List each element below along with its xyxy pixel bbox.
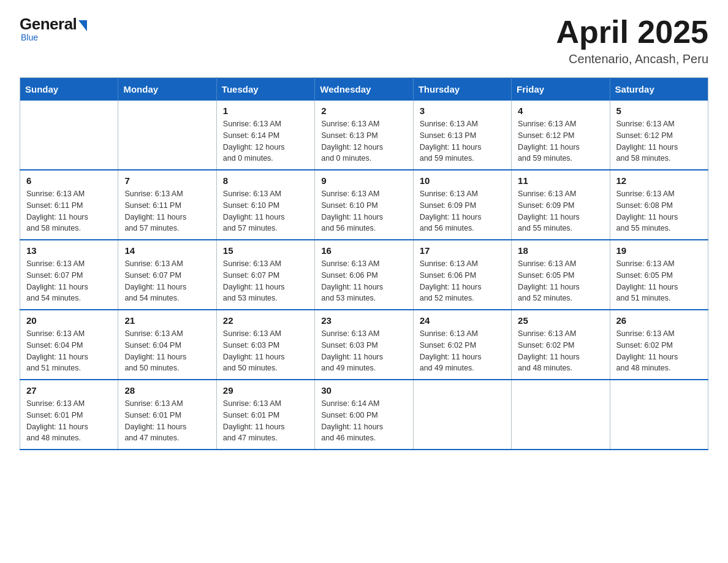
day-number: 22 <box>223 315 308 326</box>
location-subtitle: Centenario, Ancash, Peru <box>556 52 708 66</box>
calendar-cell: 21Sunrise: 6:13 AM Sunset: 6:04 PM Dayli… <box>118 310 216 380</box>
calendar-cell <box>20 101 118 170</box>
day-info: Sunrise: 6:13 AM Sunset: 6:13 PM Dayligh… <box>420 118 505 164</box>
calendar-cell <box>610 380 708 450</box>
calendar-cell <box>118 101 216 170</box>
calendar-cell: 19Sunrise: 6:13 AM Sunset: 6:05 PM Dayli… <box>610 240 708 310</box>
day-info: Sunrise: 6:13 AM Sunset: 6:07 PM Dayligh… <box>124 258 210 304</box>
day-info: Sunrise: 6:13 AM Sunset: 6:10 PM Dayligh… <box>223 188 308 234</box>
calendar-cell: 16Sunrise: 6:13 AM Sunset: 6:06 PM Dayli… <box>315 240 413 310</box>
day-info: Sunrise: 6:13 AM Sunset: 6:03 PM Dayligh… <box>223 328 308 374</box>
calendar-cell: 3Sunrise: 6:13 AM Sunset: 6:13 PM Daylig… <box>413 101 511 170</box>
day-info: Sunrise: 6:13 AM Sunset: 6:05 PM Dayligh… <box>616 258 702 304</box>
day-number: 17 <box>420 245 505 256</box>
day-number: 27 <box>26 385 112 396</box>
day-number: 25 <box>518 315 603 326</box>
calendar-cell: 18Sunrise: 6:13 AM Sunset: 6:05 PM Dayli… <box>512 240 610 310</box>
day-info: Sunrise: 6:13 AM Sunset: 6:14 PM Dayligh… <box>223 118 308 164</box>
calendar-cell: 6Sunrise: 6:13 AM Sunset: 6:11 PM Daylig… <box>20 170 118 240</box>
column-header-saturday: Saturday <box>610 78 708 101</box>
calendar-cell: 11Sunrise: 6:13 AM Sunset: 6:09 PM Dayli… <box>512 170 610 240</box>
logo-tagline: Blue <box>20 33 38 42</box>
calendar-cell: 25Sunrise: 6:13 AM Sunset: 6:02 PM Dayli… <box>512 310 610 380</box>
calendar-cell <box>512 380 610 450</box>
day-number: 3 <box>420 105 505 116</box>
column-header-wednesday: Wednesday <box>315 78 413 101</box>
day-number: 12 <box>616 175 702 186</box>
day-info: Sunrise: 6:13 AM Sunset: 6:10 PM Dayligh… <box>321 188 406 234</box>
calendar-cell: 10Sunrise: 6:13 AM Sunset: 6:09 PM Dayli… <box>413 170 511 240</box>
calendar-cell: 1Sunrise: 6:13 AM Sunset: 6:14 PM Daylig… <box>216 101 314 170</box>
day-number: 11 <box>518 175 603 186</box>
day-info: Sunrise: 6:13 AM Sunset: 6:01 PM Dayligh… <box>26 398 112 444</box>
header-row: SundayMondayTuesdayWednesdayThursdayFrid… <box>20 78 708 101</box>
calendar-cell: 15Sunrise: 6:13 AM Sunset: 6:07 PM Dayli… <box>216 240 314 310</box>
calendar-cell: 2Sunrise: 6:13 AM Sunset: 6:13 PM Daylig… <box>315 101 413 170</box>
day-number: 16 <box>321 245 406 256</box>
day-info: Sunrise: 6:13 AM Sunset: 6:13 PM Dayligh… <box>321 118 406 164</box>
day-info: Sunrise: 6:13 AM Sunset: 6:01 PM Dayligh… <box>124 398 210 444</box>
day-number: 29 <box>223 385 308 396</box>
day-info: Sunrise: 6:13 AM Sunset: 6:04 PM Dayligh… <box>26 328 112 374</box>
logo-triangle-icon <box>78 20 87 31</box>
day-number: 24 <box>420 315 505 326</box>
week-row-1: 1Sunrise: 6:13 AM Sunset: 6:14 PM Daylig… <box>20 101 708 170</box>
day-number: 7 <box>124 175 210 186</box>
day-info: Sunrise: 6:13 AM Sunset: 6:07 PM Dayligh… <box>223 258 308 304</box>
day-info: Sunrise: 6:13 AM Sunset: 6:09 PM Dayligh… <box>518 188 603 234</box>
day-number: 23 <box>321 315 406 326</box>
calendar-body: 1Sunrise: 6:13 AM Sunset: 6:14 PM Daylig… <box>20 101 708 450</box>
calendar-cell: 4Sunrise: 6:13 AM Sunset: 6:12 PM Daylig… <box>512 101 610 170</box>
week-row-5: 27Sunrise: 6:13 AM Sunset: 6:01 PM Dayli… <box>20 380 708 450</box>
day-number: 4 <box>518 105 603 116</box>
calendar-cell: 8Sunrise: 6:13 AM Sunset: 6:10 PM Daylig… <box>216 170 314 240</box>
title-area: April 2025 Centenario, Ancash, Peru <box>556 15 708 66</box>
day-number: 14 <box>124 245 210 256</box>
logo: General Blue <box>20 15 88 42</box>
calendar-cell: 28Sunrise: 6:13 AM Sunset: 6:01 PM Dayli… <box>118 380 216 450</box>
day-info: Sunrise: 6:13 AM Sunset: 6:06 PM Dayligh… <box>321 258 406 304</box>
day-info: Sunrise: 6:13 AM Sunset: 6:01 PM Dayligh… <box>223 398 308 444</box>
day-info: Sunrise: 6:13 AM Sunset: 6:12 PM Dayligh… <box>616 118 702 164</box>
day-info: Sunrise: 6:13 AM Sunset: 6:12 PM Dayligh… <box>518 118 603 164</box>
calendar-cell: 9Sunrise: 6:13 AM Sunset: 6:10 PM Daylig… <box>315 170 413 240</box>
calendar-table: SundayMondayTuesdayWednesdayThursdayFrid… <box>20 77 708 450</box>
day-number: 1 <box>223 105 308 116</box>
calendar-cell: 14Sunrise: 6:13 AM Sunset: 6:07 PM Dayli… <box>118 240 216 310</box>
day-info: Sunrise: 6:13 AM Sunset: 6:02 PM Dayligh… <box>420 328 505 374</box>
calendar-cell: 5Sunrise: 6:13 AM Sunset: 6:12 PM Daylig… <box>610 101 708 170</box>
day-info: Sunrise: 6:13 AM Sunset: 6:09 PM Dayligh… <box>420 188 505 234</box>
calendar-header: SundayMondayTuesdayWednesdayThursdayFrid… <box>20 78 708 101</box>
day-info: Sunrise: 6:13 AM Sunset: 6:02 PM Dayligh… <box>616 328 702 374</box>
calendar-cell: 17Sunrise: 6:13 AM Sunset: 6:06 PM Dayli… <box>413 240 511 310</box>
day-number: 26 <box>616 315 702 326</box>
calendar-cell: 26Sunrise: 6:13 AM Sunset: 6:02 PM Dayli… <box>610 310 708 380</box>
calendar-cell: 30Sunrise: 6:14 AM Sunset: 6:00 PM Dayli… <box>315 380 413 450</box>
day-info: Sunrise: 6:13 AM Sunset: 6:05 PM Dayligh… <box>518 258 603 304</box>
calendar-cell: 20Sunrise: 6:13 AM Sunset: 6:04 PM Dayli… <box>20 310 118 380</box>
day-number: 9 <box>321 175 406 186</box>
day-number: 13 <box>26 245 112 256</box>
column-header-sunday: Sunday <box>20 78 118 101</box>
month-title: April 2025 <box>556 15 708 50</box>
day-info: Sunrise: 6:13 AM Sunset: 6:11 PM Dayligh… <box>26 188 112 234</box>
logo-general-text: General <box>20 15 77 34</box>
week-row-4: 20Sunrise: 6:13 AM Sunset: 6:04 PM Dayli… <box>20 310 708 380</box>
day-info: Sunrise: 6:13 AM Sunset: 6:08 PM Dayligh… <box>616 188 702 234</box>
day-number: 20 <box>26 315 112 326</box>
day-number: 15 <box>223 245 308 256</box>
day-info: Sunrise: 6:13 AM Sunset: 6:03 PM Dayligh… <box>321 328 406 374</box>
day-info: Sunrise: 6:13 AM Sunset: 6:11 PM Dayligh… <box>124 188 210 234</box>
calendar-cell: 27Sunrise: 6:13 AM Sunset: 6:01 PM Dayli… <box>20 380 118 450</box>
day-info: Sunrise: 6:14 AM Sunset: 6:00 PM Dayligh… <box>321 398 406 444</box>
day-info: Sunrise: 6:13 AM Sunset: 6:02 PM Dayligh… <box>518 328 603 374</box>
day-number: 21 <box>124 315 210 326</box>
logo-top: General <box>20 15 88 34</box>
column-header-monday: Monday <box>118 78 216 101</box>
day-number: 19 <box>616 245 702 256</box>
calendar-cell <box>413 380 511 450</box>
day-number: 28 <box>124 385 210 396</box>
calendar-cell: 12Sunrise: 6:13 AM Sunset: 6:08 PM Dayli… <box>610 170 708 240</box>
week-row-2: 6Sunrise: 6:13 AM Sunset: 6:11 PM Daylig… <box>20 170 708 240</box>
day-number: 30 <box>321 385 406 396</box>
